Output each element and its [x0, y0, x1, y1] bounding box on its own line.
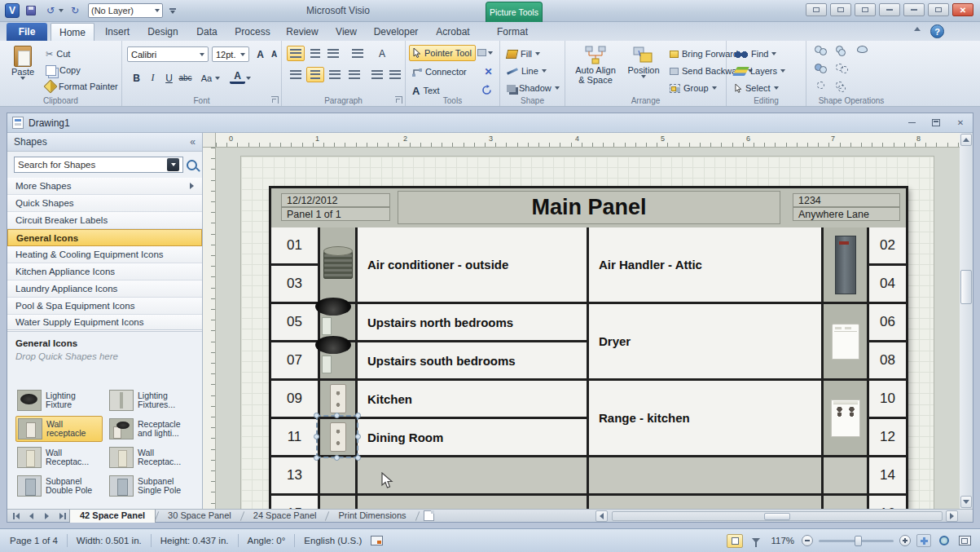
icon-cell-dryer[interactable]: [824, 304, 867, 378]
fill-button[interactable]: Fill: [503, 46, 543, 62]
horizontal-scrollbar[interactable]: [612, 511, 943, 521]
connector-tool-button[interactable]: Connector: [409, 64, 470, 80]
circuit-number-09[interactable]: 09: [271, 381, 318, 417]
shadow-button[interactable]: Shadow: [503, 80, 563, 96]
align-bottom-button[interactable]: [324, 46, 342, 61]
master-lighting-fixture[interactable]: Lighting Fixture: [15, 387, 103, 413]
pointer-tool-button[interactable]: Pointer Tool: [409, 45, 476, 61]
overlay-button-3[interactable]: [855, 3, 876, 16]
stencil-laundry-appliance[interactable]: Laundry Appliance Icons: [7, 280, 202, 298]
tab-insert[interactable]: Insert: [96, 23, 138, 41]
drawing-canvas[interactable]: 12/12/2012 Panel 1 of 1 Main Panel 1234 …: [216, 148, 960, 509]
panel-street-number-field[interactable]: 1234: [793, 193, 900, 207]
layers-button[interactable]: Layers: [732, 63, 789, 79]
tab-format[interactable]: Format: [489, 23, 536, 41]
doc-restore-button[interactable]: [929, 117, 943, 128]
macro-record-icon[interactable]: [371, 536, 383, 545]
line-button[interactable]: Line: [503, 63, 550, 79]
align-middle-button[interactable]: [306, 46, 324, 61]
tab-view[interactable]: View: [327, 23, 365, 41]
cut-button[interactable]: ✂ Cut: [42, 46, 73, 62]
decrease-indent-button[interactable]: [368, 67, 386, 82]
circuit-number-05[interactable]: 05: [271, 304, 318, 340]
paragraph-dialog-launcher[interactable]: [395, 96, 402, 104]
circuit-label-09[interactable]: Kitchen: [358, 381, 587, 417]
tab-developer[interactable]: Developer: [368, 23, 424, 41]
circuit-number-15[interactable]: 15: [271, 496, 318, 509]
fit-page-button[interactable]: [916, 534, 931, 547]
circuit-label-dryer[interactable]: Dryer: [589, 304, 821, 378]
circuit-number-10[interactable]: 10: [869, 381, 906, 417]
layer-combobox[interactable]: (No Layer): [88, 3, 163, 18]
circuit-label-ac[interactable]: Air conditioner - outside: [358, 227, 587, 302]
intersect-button[interactable]: [815, 64, 829, 75]
icon-cell-05[interactable]: [320, 304, 355, 340]
selection-marquee[interactable]: [316, 415, 358, 458]
change-case-arrow[interactable]: [215, 77, 220, 80]
circuit-number-07[interactable]: 07: [271, 342, 318, 378]
icon-cell-07[interactable]: [320, 342, 355, 378]
last-page-button[interactable]: [55, 510, 69, 522]
visio-logo-icon[interactable]: V: [5, 3, 20, 18]
overlay-button-2[interactable]: [830, 3, 851, 16]
redo-button[interactable]: ↻: [67, 3, 83, 18]
vertical-scrollbar[interactable]: [960, 133, 973, 509]
tab-data[interactable]: Data: [187, 23, 226, 41]
font-size-combo[interactable]: 12pt.: [212, 46, 249, 62]
breaker-panel-shape[interactable]: 12/12/2012 Panel 1 of 1 Main Panel 1234 …: [269, 186, 908, 509]
horizontal-scroll-thumb[interactable]: [764, 513, 790, 520]
search-shapes-input[interactable]: Search for Shapes: [14, 157, 183, 173]
icon-cell-ah[interactable]: [824, 227, 867, 302]
circuit-label-16-empty[interactable]: [589, 496, 821, 509]
scroll-down-button[interactable]: [960, 496, 972, 508]
collapse-panel-icon[interactable]: «: [190, 136, 196, 148]
stencil-heating-cooling[interactable]: Heating & Cooling Equipment Icons: [7, 246, 202, 263]
doc-minimize-button[interactable]: [904, 117, 919, 128]
stencil-more-shapes[interactable]: More Shapes: [7, 178, 202, 195]
tab-home[interactable]: Home: [51, 23, 94, 41]
hscroll-left-button[interactable]: [595, 510, 608, 522]
status-angle[interactable]: Angle: 0°: [246, 536, 288, 545]
subtract-button[interactable]: [836, 64, 850, 75]
fragment-button[interactable]: [836, 46, 850, 57]
justify-button[interactable]: [345, 67, 363, 82]
circuit-label-11[interactable]: Dining Room: [358, 419, 587, 455]
font-dialog-launcher[interactable]: [271, 96, 279, 104]
rectangle-tool-button[interactable]: [477, 45, 493, 60]
circuit-number-04[interactable]: 04: [869, 266, 906, 302]
tab-file[interactable]: File: [7, 23, 47, 41]
align-top-button[interactable]: [287, 46, 305, 61]
circuit-label-ah[interactable]: Air Handler - Attic: [589, 227, 821, 302]
undo-dropdown-arrow[interactable]: [59, 9, 64, 12]
stencil-general-icons[interactable]: General Icons: [7, 229, 202, 246]
circuit-number-16[interactable]: 16: [869, 496, 906, 509]
overlay-button-1[interactable]: [806, 3, 827, 16]
change-case-button[interactable]: Aa: [199, 70, 214, 86]
pan-zoom-window-button[interactable]: [957, 534, 972, 548]
page-tab-print-dimensions[interactable]: Print Dimensions: [328, 510, 415, 523]
normal-view-button[interactable]: [727, 534, 743, 548]
paste-button[interactable]: Paste: [7, 44, 39, 91]
save-button[interactable]: [23, 3, 39, 18]
circuit-label-05[interactable]: Upstairs north bedrooms: [358, 304, 587, 340]
hscroll-right-button[interactable]: [946, 510, 958, 522]
collapse-ribbon-button[interactable]: [912, 27, 923, 35]
next-page-button[interactable]: [40, 510, 54, 522]
master-subpanel-single-pole[interactable]: Subpanel Single Pole: [108, 473, 195, 499]
align-left-button[interactable]: [287, 67, 305, 82]
bullets-button[interactable]: [349, 46, 367, 61]
position-button[interactable]: Position: [622, 44, 665, 80]
circuit-label-14-empty[interactable]: [589, 457, 821, 493]
zoom-slider-thumb[interactable]: [855, 536, 862, 546]
find-button[interactable]: Find: [732, 46, 780, 62]
previous-page-button[interactable]: [24, 510, 38, 522]
trim-button[interactable]: [836, 82, 850, 93]
circuit-number-03[interactable]: 03: [271, 266, 318, 302]
tab-process[interactable]: Process: [230, 23, 275, 41]
zoom-window-button[interactable]: [937, 534, 951, 548]
vertical-scroll-thumb[interactable]: [960, 270, 972, 304]
scroll-up-button[interactable]: [960, 134, 972, 146]
icon-cell-ac[interactable]: [320, 227, 355, 302]
italic-button[interactable]: I: [145, 70, 160, 86]
underline-button[interactable]: U: [161, 70, 177, 86]
